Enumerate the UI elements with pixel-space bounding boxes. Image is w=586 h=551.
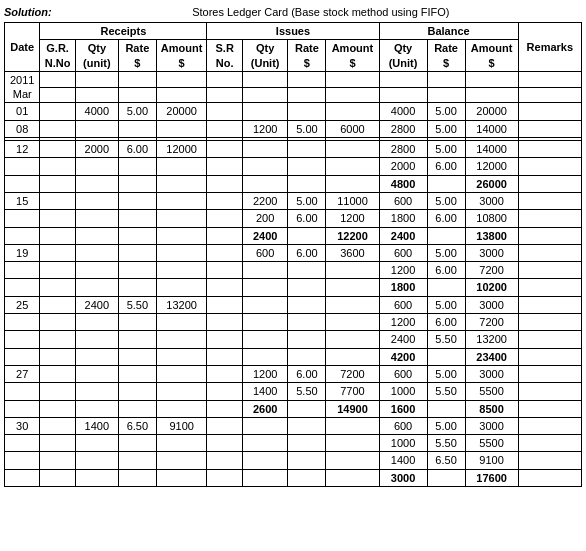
sub-total-row: 3000 17600	[5, 469, 582, 486]
sub-total-row: 4200 23400	[5, 348, 582, 365]
title-row: Solution: Stores Ledger Card (Base stock…	[4, 6, 582, 18]
col-balance: Balance	[379, 23, 518, 40]
col-date: Date	[5, 23, 40, 72]
col-rqty: Qty (unit)	[75, 40, 118, 72]
table-row: 2400 5.50 13200	[5, 331, 582, 348]
sub-total-row: 2400 12200 2400 13800	[5, 227, 582, 244]
table-row: 1400 5.50 7700 1000 5.50 5500	[5, 383, 582, 400]
table-row: 25 2400 5.50 13200 600 5.00 3000	[5, 296, 582, 313]
col-remarks: Remarks	[518, 23, 581, 72]
table-row: 1200 6.00 7200	[5, 262, 582, 279]
col-iqty: Qty (Unit)	[242, 40, 288, 72]
table-row: 1000 5.50 5500	[5, 435, 582, 452]
col-irate: Rate $	[288, 40, 326, 72]
table-row: 2011 Mar	[5, 71, 582, 87]
table-row: 01 4000 5.00 20000 4000 5.00 20000	[5, 103, 582, 120]
table-row: 19 600 6.00 3600 600 5.00 3000	[5, 244, 582, 261]
sub-total-row: 1800 10200	[5, 279, 582, 296]
col-bqty: Qty (Unit)	[379, 40, 427, 72]
col-ramt: Amount $	[156, 40, 207, 72]
ledger-table: Date Receipts Issues Balance Remarks G.R…	[4, 22, 582, 487]
header-row-1: Date Receipts Issues Balance Remarks	[5, 23, 582, 40]
sub-total-row: 2600 14900 1600 8500	[5, 400, 582, 417]
sub-total-row: 4800 26000	[5, 175, 582, 192]
col-receipts: Receipts	[40, 23, 207, 40]
col-srno: S.R No.	[207, 40, 242, 72]
col-bamt: Amount $	[465, 40, 518, 72]
col-iamt: Amount $	[326, 40, 379, 72]
table-row: 12 2000 6.00 12000 2800 5.00 14000	[5, 141, 582, 158]
table-row: 27 1200 6.00 7200 600 5.00 3000	[5, 365, 582, 382]
col-issues: Issues	[207, 23, 379, 40]
table-row	[5, 87, 582, 103]
table-row: 1400 6.50 9100	[5, 452, 582, 469]
col-grno: G.R. N.No	[40, 40, 75, 72]
col-brate: Rate $	[427, 40, 465, 72]
table-row: 1200 6.00 7200	[5, 314, 582, 331]
col-rrate: Rate $	[118, 40, 156, 72]
table-row: 30 1400 6.50 9100 600 5.00 3000	[5, 417, 582, 434]
table-row: 200 6.00 1200 1800 6.00 10800	[5, 210, 582, 227]
table-row: 2000 6.00 12000	[5, 158, 582, 175]
main-title: Stores Ledger Card (Base stock method us…	[60, 6, 582, 18]
solution-label: Solution:	[4, 6, 52, 18]
page: Solution: Stores Ledger Card (Base stock…	[0, 0, 586, 493]
table-row: 08 1200 5.00 6000 2800 5.00 14000	[5, 120, 582, 137]
date-cell: 2011 Mar	[5, 71, 40, 103]
table-row: 15 2200 5.00 11000 600 5.00 3000	[5, 192, 582, 209]
